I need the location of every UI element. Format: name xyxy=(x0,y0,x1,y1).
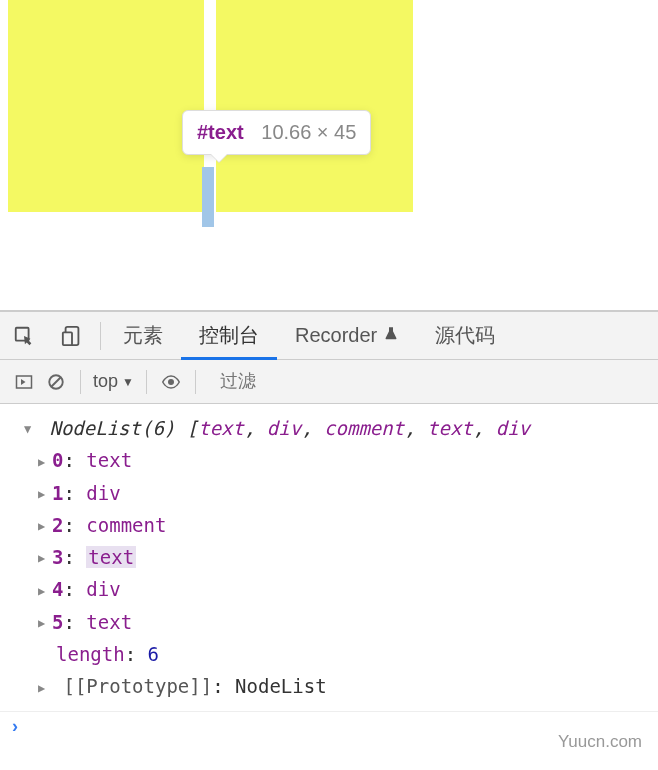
expand-arrow-icon[interactable] xyxy=(38,548,52,568)
expand-arrow-icon[interactable] xyxy=(38,484,52,504)
separator xyxy=(80,370,81,394)
dom-element-box xyxy=(216,0,413,212)
length-property[interactable]: length: 6 xyxy=(0,638,658,670)
tab-elements[interactable]: 元素 xyxy=(105,312,181,359)
expand-arrow-icon[interactable] xyxy=(38,581,52,601)
prototype-property[interactable]: [[Prototype]]: NodeList xyxy=(0,670,658,702)
entry-value: div xyxy=(86,578,120,600)
separator xyxy=(146,370,147,394)
tab-sources[interactable]: 源代码 xyxy=(417,312,513,359)
sidebar-toggle-icon[interactable] xyxy=(8,373,40,391)
chevron-down-icon: ▼ xyxy=(122,375,134,389)
node-preview: div xyxy=(267,417,301,439)
tab-label: 源代码 xyxy=(435,322,495,349)
clear-console-icon[interactable] xyxy=(40,373,72,391)
entry-index: 1 xyxy=(52,482,63,504)
node-preview: text xyxy=(427,417,473,439)
tab-label: 元素 xyxy=(123,322,163,349)
watermark: Yuucn.com xyxy=(558,732,642,752)
nodelist-entry[interactable]: 0: text xyxy=(0,444,658,476)
console-toolbar: top ▼ xyxy=(0,360,658,404)
separator xyxy=(100,322,101,350)
entry-value: div xyxy=(86,482,120,504)
context-selector[interactable]: top ▼ xyxy=(89,369,138,394)
flask-icon xyxy=(383,324,399,347)
nodelist-entry[interactable]: 1: div xyxy=(0,477,658,509)
expand-arrow-icon[interactable] xyxy=(38,678,52,698)
svg-line-5 xyxy=(52,377,61,386)
node-preview: div xyxy=(496,417,530,439)
element-tooltip: #text 10.66 × 45 xyxy=(182,110,371,155)
entry-index: 5 xyxy=(52,611,63,633)
entry-index: 0 xyxy=(52,449,63,471)
expand-arrow-icon[interactable] xyxy=(38,613,52,633)
tab-label: 控制台 xyxy=(199,322,259,349)
text-node-highlight xyxy=(202,167,214,227)
entry-value: text xyxy=(86,611,132,633)
devtools-tab-bar: 元素 控制台 Recorder 源代码 xyxy=(0,312,658,360)
tooltip-dimensions: 10.66 × 45 xyxy=(261,121,356,143)
page-viewport: #text 10.66 × 45 xyxy=(0,0,658,310)
prompt-icon: › xyxy=(12,716,18,737)
context-label: top xyxy=(93,371,118,392)
dom-element-box xyxy=(8,0,204,212)
object-type: NodeList(6) xyxy=(49,417,175,439)
property-value: 6 xyxy=(148,643,159,665)
nodelist-header[interactable]: NodeList(6) [text, div, comment, text, d… xyxy=(0,412,658,444)
expand-arrow-icon[interactable] xyxy=(24,419,38,439)
property-name: [[Prototype]] xyxy=(63,675,212,697)
node-preview: text xyxy=(198,417,244,439)
devtools-panel: 元素 控制台 Recorder 源代码 top ▼ xyxy=(0,310,658,741)
nodelist-entry[interactable]: 4: div xyxy=(0,573,658,605)
entry-index: 2 xyxy=(52,514,63,536)
separator xyxy=(195,370,196,394)
eye-icon[interactable] xyxy=(155,373,187,391)
filter-input[interactable] xyxy=(216,360,650,403)
tooltip-selector: #text xyxy=(197,121,244,143)
tab-label: Recorder xyxy=(295,324,377,347)
nodelist-entry[interactable]: 5: text xyxy=(0,606,658,638)
expand-arrow-icon[interactable] xyxy=(38,452,52,472)
entry-value: text xyxy=(86,546,136,568)
tab-recorder[interactable]: Recorder xyxy=(277,312,417,359)
nodelist-entry[interactable]: 3: text xyxy=(0,541,658,573)
entry-index: 3 xyxy=(52,546,63,568)
svg-point-6 xyxy=(169,379,174,384)
node-preview: comment xyxy=(324,417,404,439)
entry-value: comment xyxy=(86,514,166,536)
property-name: length xyxy=(56,643,125,665)
console-output: NodeList(6) [text, div, comment, text, d… xyxy=(0,404,658,711)
entry-value: text xyxy=(86,449,132,471)
svg-rect-2 xyxy=(63,332,72,345)
inspect-icon[interactable] xyxy=(0,325,48,347)
entry-index: 4 xyxy=(52,578,63,600)
tab-console[interactable]: 控制台 xyxy=(181,312,277,359)
expand-arrow-icon[interactable] xyxy=(38,516,52,536)
nodelist-entry[interactable]: 2: comment xyxy=(0,509,658,541)
device-toggle-icon[interactable] xyxy=(48,325,96,347)
property-value: NodeList xyxy=(235,675,327,697)
